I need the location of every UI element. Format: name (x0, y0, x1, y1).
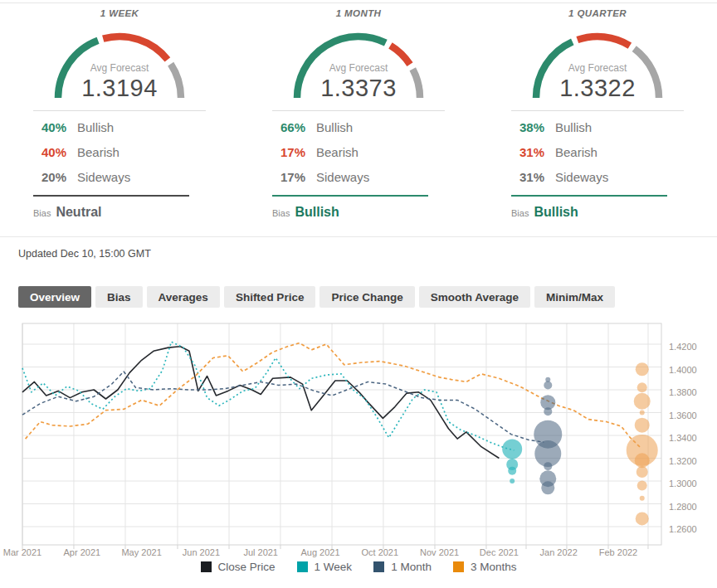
gauge-period-title: 1 QUARTER (568, 8, 627, 21)
forecast-bubble-3-months (637, 466, 648, 478)
gauge-arc: Avg Forecast 1.3194 (50, 23, 189, 101)
bullish-pct: 38% (511, 120, 544, 134)
bullish-label: Bullish (77, 120, 114, 134)
x-axis-label: Feb 2022 (599, 547, 637, 557)
bias-underline (272, 195, 428, 197)
legend-label: Close Price (218, 561, 276, 573)
tab-overview[interactable]: Overview (18, 286, 91, 308)
bearish-row: 40% Bearish (33, 139, 206, 164)
bias-value: Bullish (534, 205, 578, 220)
divider (511, 110, 684, 111)
forecast-bubble-1-month (544, 462, 552, 470)
tab-bias[interactable]: Bias (95, 286, 143, 308)
y-axis-label: 1.3400 (669, 433, 697, 443)
bias-label: Bias (511, 208, 529, 218)
bias-row: Bias Bullish (511, 205, 684, 220)
forecast-bubble-1-week (510, 479, 515, 484)
legend-label: 1 Week (315, 561, 353, 573)
bearish-pct: 31% (511, 145, 544, 159)
sideways-row: 31% Sideways (511, 164, 684, 189)
divider (33, 110, 206, 111)
bullish-row: 38% Bullish (511, 114, 684, 139)
legend-swatch-icon (373, 561, 384, 572)
forecast-bubble-3-months (635, 418, 650, 433)
y-axis-label: 1.2800 (669, 502, 697, 512)
chart-legend: Close Price1 Week1 Month3 Months (0, 561, 717, 573)
x-axis-label: Nov 2021 (420, 547, 459, 557)
sideways-label: Sideways (316, 170, 369, 184)
sentiment-breakdown: 38% Bullish 31% Bearish 31% Sideways Bia… (511, 110, 684, 220)
divider (272, 110, 445, 111)
bearish-row: 17% Bearish (272, 139, 445, 164)
gauge-1-quarter: 1 QUARTER Avg Forecast 1.3322 38% Bullis… (478, 7, 717, 220)
bearish-pct: 17% (272, 145, 305, 159)
gauge-arc: Avg Forecast 1.3322 (528, 23, 667, 101)
sentiment-breakdown: 66% Bullish 17% Bearish 17% Sideways Bia… (272, 110, 445, 220)
gauge-arc: Avg Forecast 1.3373 (289, 23, 428, 101)
bullish-row: 66% Bullish (272, 114, 445, 139)
forecast-bubble-1-week (502, 440, 522, 459)
avg-forecast-value: 1.3373 (320, 75, 397, 101)
legend-swatch-icon (453, 561, 464, 572)
bias-underline (33, 195, 189, 197)
bias-row: Bias Bullish (272, 205, 445, 220)
sideways-row: 17% Sideways (272, 164, 445, 189)
bias-label: Bias (272, 208, 290, 218)
x-axis-label: May 2021 (121, 547, 161, 557)
x-axis-label: Jan 2022 (540, 547, 578, 557)
gauge-arc-segment (634, 49, 659, 98)
bias-value: Bullish (295, 205, 339, 220)
tab-minim-max[interactable]: Minim/Max (534, 286, 615, 308)
forecast-bubble-3-months (636, 512, 649, 525)
x-axis-label: Jul 2021 (243, 547, 278, 557)
avg-forecast-value: 1.3322 (559, 75, 636, 101)
x-axis-label: Jun 2021 (183, 547, 220, 557)
sideways-row: 20% Sideways (33, 164, 206, 189)
y-axis-label: 1.4200 (669, 342, 697, 352)
avg-forecast-label: Avg Forecast (329, 62, 388, 74)
bullish-pct: 40% (33, 120, 66, 134)
bullish-label: Bullish (555, 120, 592, 134)
gauge-arc-segment (412, 69, 420, 98)
sideways-pct: 20% (33, 170, 66, 184)
gauge-1-month: 1 MONTH Avg Forecast 1.3373 66% Bullish … (239, 7, 478, 220)
forecast-bubble-3-months (634, 393, 651, 410)
y-axis-label: 1.4000 (669, 365, 697, 375)
series-line-close-price (22, 347, 499, 459)
avg-forecast-value: 1.3194 (81, 75, 158, 101)
x-axis-label: Oct 2021 (361, 547, 398, 557)
bearish-label: Bearish (555, 145, 598, 159)
tab-price-change[interactable]: Price Change (319, 286, 414, 308)
gauge-arc-segment (171, 64, 181, 98)
bias-underline (511, 195, 667, 197)
bias-row: Bias Neutral (33, 205, 206, 220)
legend-swatch-icon (201, 561, 212, 572)
y-axis-label: 1.3800 (669, 387, 697, 397)
legend-label: 3 Months (471, 561, 517, 573)
bearish-row: 31% Bearish (511, 139, 684, 164)
tab-shifted-price[interactable]: Shifted Price (224, 286, 316, 308)
y-axis-label: 1.3600 (669, 411, 697, 420)
series-line-1-month (22, 372, 544, 442)
legend-item-3-months[interactable]: 3 Months (453, 561, 517, 573)
bullish-label: Bullish (316, 120, 353, 134)
tab-averages[interactable]: Averages (147, 286, 220, 308)
legend-item-1-week[interactable]: 1 Week (297, 561, 353, 573)
gauge-arc-segment (578, 36, 630, 46)
y-axis-label: 1.3200 (669, 456, 697, 466)
avg-forecast-label: Avg Forecast (568, 62, 627, 74)
chart-tabbar: OverviewBiasAveragesShifted PricePrice C… (18, 286, 717, 308)
forecast-bubble-3-months (635, 453, 650, 468)
gauge-period-title: 1 MONTH (336, 8, 382, 21)
sideways-pct: 17% (272, 170, 305, 184)
bias-value: Neutral (56, 205, 101, 220)
forecast-bubble-1-month (544, 381, 552, 390)
bearish-label: Bearish (77, 145, 120, 159)
tab-smooth-average[interactable]: Smooth Average (419, 286, 530, 308)
sideways-label: Sideways (555, 170, 608, 184)
legend-item-1-month[interactable]: 1 Month (373, 561, 432, 573)
x-axis-label: Dec 2021 (480, 547, 519, 557)
legend-item-close-price[interactable]: Close Price (201, 561, 276, 573)
x-axis-label: Aug 2021 (300, 547, 339, 557)
legend-label: 1 Month (391, 561, 432, 573)
